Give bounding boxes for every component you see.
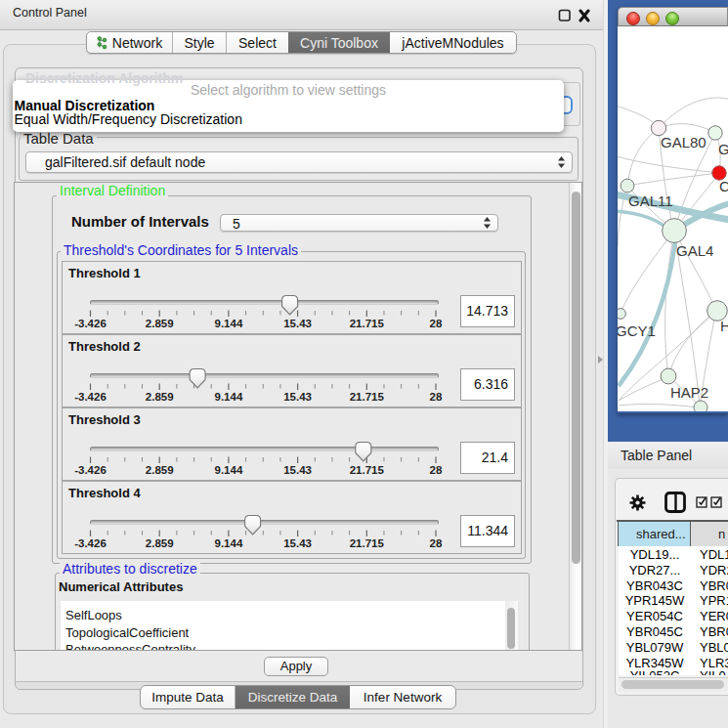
- svg-text:GAL4: GAL4: [676, 242, 713, 259]
- svg-text:GAL80: GAL80: [661, 134, 707, 150]
- svg-text:H: H: [720, 318, 728, 334]
- svg-text:GCY1: GCY1: [618, 322, 656, 339]
- svg-text:GA: GA: [718, 141, 728, 157]
- svg-text:C: C: [719, 178, 728, 194]
- svg-text:HAP2: HAP2: [670, 384, 708, 401]
- svg-text:GAL11: GAL11: [628, 193, 673, 209]
